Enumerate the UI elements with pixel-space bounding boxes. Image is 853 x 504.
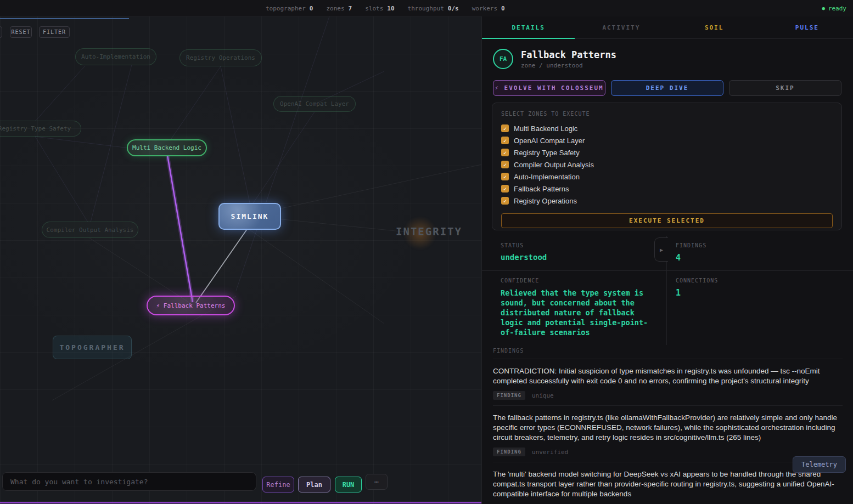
stat-value: 0/s (448, 5, 459, 12)
finding-text: The fallback patterns in registry.ts (li… (493, 413, 843, 443)
node-fallback-patterns[interactable]: ⚡ Fallback Patterns (147, 296, 235, 315)
checkbox-checked-icon[interactable]: ✓ (501, 124, 509, 132)
integrity-label: INTEGRITY (396, 225, 462, 237)
investigate-input[interactable] (2, 472, 256, 491)
collapse-toggle[interactable]: ▶ (654, 237, 668, 262)
finding-type-badge: FINDING (493, 391, 525, 400)
tab-activity[interactable]: ACTIVITY (575, 16, 667, 38)
deep-dive-button[interactable]: DEEP DIVE (611, 80, 723, 96)
findings-section: FINDINGS CONTRADICTION: Initial suspicio… (493, 348, 843, 504)
app-root: topographer0 zones7 slots10 throughput0/… (0, 0, 853, 504)
refine-button[interactable]: Refine (262, 477, 294, 492)
tab-details[interactable]: DETAILS (482, 16, 575, 38)
checkbox-checked-icon[interactable]: ✓ (501, 161, 509, 168)
zone-label: Fallback Patterns (514, 185, 569, 193)
ready-label: ready (828, 5, 846, 12)
stat-value: 0 (501, 5, 505, 12)
status-label: STATUS (501, 242, 666, 248)
zone-label: Registry Type Safety (514, 149, 580, 157)
zone-label: Auto-Implementation (514, 173, 580, 181)
plan-button[interactable]: Plan (298, 477, 330, 492)
graph-canvas[interactable]: RESET FILTER Auto-Implementation Registr… (0, 16, 481, 504)
zone-row[interactable]: ✓Multi Backend Logic (501, 122, 833, 134)
finding-item: CONTRADICTION: Initial suspicion of type… (493, 359, 843, 405)
skip-button[interactable]: SKIP (729, 80, 841, 96)
status-cell: STATUS understood (482, 236, 666, 271)
findings-count: 4 (676, 253, 853, 263)
finding-text: The 'multi' backend model switching for … (493, 469, 843, 499)
status-dot-icon: ● (822, 5, 824, 11)
findings-cell: FINDINGS 4 (666, 236, 853, 271)
finding-status-tag: unique (532, 392, 554, 399)
zone-row[interactable]: ✓Registry Type Safety (501, 146, 833, 158)
confidence-cell: CONFIDENCE Relieved that the type system… (482, 271, 666, 345)
avatar: FA (493, 49, 513, 69)
tab-soil[interactable]: SOIL (668, 16, 761, 38)
node-auto-implementation[interactable]: Auto-Implementation (75, 48, 156, 65)
findings-heading: FINDINGS (493, 348, 843, 359)
stat-value: 10 (387, 5, 394, 12)
finding-type-badge: FINDING (493, 448, 525, 456)
node-simlink[interactable]: SIMLINK (218, 203, 281, 230)
graph-edges (0, 16, 481, 504)
confidence-text: Relieved that the type system is sound, … (501, 288, 659, 337)
node-registry-type-safety[interactable]: Registry Type Safety (0, 121, 81, 137)
run-button[interactable]: RUN (335, 477, 362, 492)
confidence-label: CONFIDENCE (501, 278, 666, 284)
zone-label: Registry Operations (514, 197, 577, 205)
top-status-bar: topographer0 zones7 slots10 throughput0/… (0, 0, 853, 16)
action-buttons: ⚡ EVOLVE WITH COLOSSEUM DEEP DIVE SKIP (493, 80, 841, 96)
stat-slots: slots10 (365, 5, 394, 12)
zone-row[interactable]: ✓Auto-Implementation (501, 171, 833, 183)
toolbar-button-partial[interactable] (0, 26, 2, 38)
node-registry-operations[interactable]: Registry Operations (179, 49, 262, 66)
zone-label: Multi Backend Logic (514, 124, 577, 133)
zone-select-heading: SELECT ZONES TO EXECUTE (501, 111, 833, 117)
topbar-stats: topographer0 zones7 slots10 throughput0/… (266, 0, 505, 16)
ready-status: ● ready (822, 0, 846, 16)
checkbox-checked-icon[interactable]: ✓ (501, 185, 509, 192)
finding-item: The 'multi' backend model switching for … (493, 462, 843, 504)
filter-button[interactable]: FILTER (39, 26, 70, 38)
stat-label: slots (365, 5, 383, 12)
node-compiler-output-analysis[interactable]: Compiler Output Analysis (42, 222, 138, 238)
finding-status-tag: unverified (532, 449, 568, 456)
zone-select-panel: SELECT ZONES TO EXECUTE ✓Multi Backend L… (492, 103, 842, 230)
zone-label: OpenAI Compat Layer (514, 137, 585, 145)
stat-zones: zones7 (326, 5, 352, 12)
zone-label: Compiler Output Analysis (514, 161, 594, 169)
zone-row[interactable]: ✓OpenAI Compat Layer (501, 134, 833, 146)
stat-workers: workers0 (472, 5, 505, 12)
finding-item: The fallback patterns in registry.ts (li… (493, 405, 843, 462)
reset-button[interactable]: RESET (10, 26, 32, 38)
zone-row[interactable]: ✓Registry Operations (501, 195, 833, 207)
checkbox-checked-icon[interactable]: ✓ (501, 197, 509, 205)
page-title: Fallback Patterns (521, 49, 616, 60)
zone-row[interactable]: ✓Fallback Patterns (501, 183, 833, 195)
node-topographer[interactable]: TOPOGRAPHER (53, 336, 132, 359)
node-openai-compat-layer[interactable]: OpenAI Compat Layer (273, 96, 356, 112)
zone-row[interactable]: ✓Compiler Output Analysis (501, 158, 833, 171)
checkbox-checked-icon[interactable]: ✓ (501, 173, 509, 180)
findings-label: FINDINGS (676, 242, 853, 248)
connections-label: CONNECTIONS (676, 278, 853, 284)
stat-label: zones (326, 5, 344, 12)
stat-label: workers (472, 5, 497, 12)
stat-throughput: throughput0/s (408, 5, 459, 12)
stat-topographer: topographer0 (266, 5, 313, 12)
tab-pulse[interactable]: PULSE (761, 16, 853, 38)
stat-label: throughput (408, 5, 444, 12)
execute-selected-button[interactable]: EXECUTE SELECTED (501, 213, 833, 228)
checkbox-checked-icon[interactable]: ✓ (501, 149, 509, 156)
telemetry-button[interactable]: Telemetry (793, 456, 846, 473)
connections-count: 1 (676, 288, 853, 298)
details-panel: DETAILS ACTIVITY SOIL PULSE FA Fallback … (481, 16, 853, 504)
page-subtitle: zone / understood (521, 62, 583, 69)
more-options-button[interactable]: ⋯ (366, 474, 388, 490)
evolve-with-colosseum-button[interactable]: ⚡ EVOLVE WITH COLOSSEUM (493, 80, 605, 96)
status-value: understood (501, 253, 666, 262)
node-multi-backend-logic[interactable]: Multi Backend Logic (127, 139, 207, 156)
connections-cell: CONNECTIONS 1 (666, 271, 853, 345)
checkbox-checked-icon[interactable]: ✓ (501, 137, 509, 144)
bottom-accent-line (0, 502, 481, 503)
